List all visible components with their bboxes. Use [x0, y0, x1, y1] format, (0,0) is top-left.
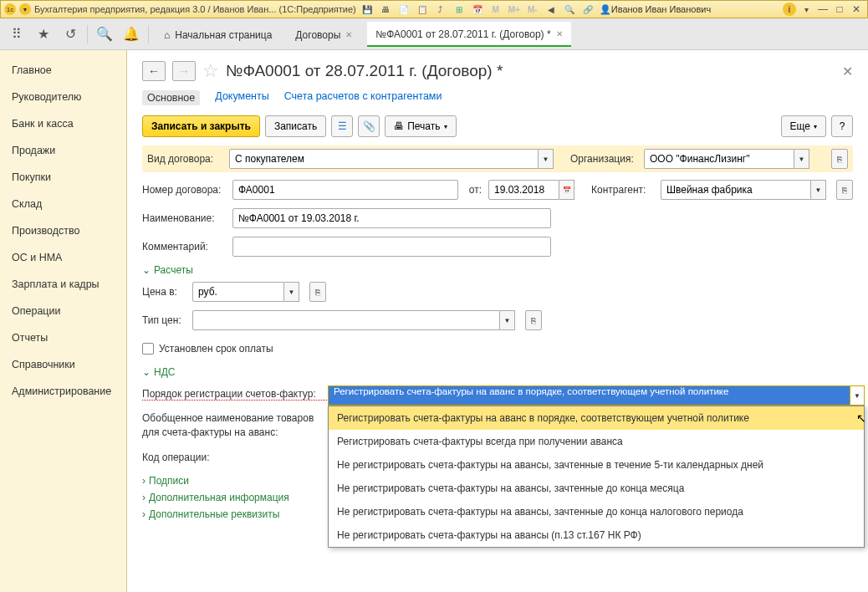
print-label: Печать — [407, 120, 440, 132]
m-minus-icon[interactable]: M- — [526, 3, 539, 16]
comment-label: Комментарий: — [142, 241, 226, 253]
price-type-label: Тип цен: — [142, 314, 186, 326]
dropdown-button[interactable]: ▼ — [284, 282, 299, 302]
inner-tab-accounts[interactable]: Счета расчетов с контрагентами — [284, 90, 442, 105]
add-info-label: Дополнительная информация — [149, 492, 289, 503]
inner-tab-docs[interactable]: Документы — [215, 90, 268, 105]
print-button[interactable]: 🖶 Печать ▾ — [385, 115, 456, 137]
dropdown-button[interactable]: ▼ — [539, 149, 554, 169]
apps-icon[interactable]: ⠿ — [7, 24, 27, 44]
help-button[interactable]: ? — [831, 115, 853, 137]
print-icon[interactable]: 🖶 — [379, 3, 392, 16]
org-input[interactable] — [644, 149, 794, 169]
save-button[interactable]: Записать — [265, 115, 326, 137]
dropdown-option[interactable]: Регистрировать счета-фактуры всегда при … — [329, 430, 864, 453]
close-button[interactable]: ✕ — [849, 3, 864, 16]
calendar-icon[interactable]: 📅 — [471, 3, 484, 16]
close-icon[interactable]: ✕ — [556, 29, 563, 38]
m-icon[interactable]: M — [489, 3, 503, 16]
tab-contracts[interactable]: Договоры ✕ — [287, 23, 360, 46]
sidebar: Главное Руководителю Банк и касса Продаж… — [0, 50, 127, 592]
chevron-down-icon: ⌄ — [142, 366, 151, 378]
date-input[interactable] — [488, 180, 559, 200]
tab-current-doc[interactable]: №ФА0001 от 28.07.2011 г. (Договор) * ✕ — [367, 22, 570, 47]
dropdown-option[interactable]: Не регистрировать счета-фактуры на аванс… — [329, 523, 864, 547]
sidebar-item-admin[interactable]: Администрирование — [0, 378, 126, 405]
dropdown2-icon[interactable]: ▾ — [799, 3, 813, 16]
save-diskette-icon[interactable]: 💾 — [360, 3, 374, 16]
list-button[interactable]: ☰ — [331, 115, 353, 137]
sidebar-item-payroll[interactable]: Зарплата и кадры — [0, 271, 126, 298]
num-input[interactable] — [232, 180, 458, 200]
link-icon[interactable]: 🔗 — [581, 3, 595, 16]
bell-icon[interactable]: 🔔 — [121, 24, 141, 44]
sidebar-item-sales[interactable]: Продажи — [0, 137, 126, 164]
dropdown-button[interactable]: ▼ — [811, 180, 826, 200]
info-icon[interactable]: i — [783, 3, 796, 16]
open-button[interactable]: ⎘ — [836, 180, 853, 200]
sidebar-item-catalogs[interactable]: Справочники — [0, 351, 126, 378]
dropdown-button[interactable]: ▼ — [500, 310, 515, 330]
m-plus-icon[interactable]: M+ — [508, 3, 521, 16]
sidebar-item-manager[interactable]: Руководителю — [0, 84, 126, 110]
tab-start-page[interactable]: ⌂ Начальная страница — [156, 23, 280, 46]
calculations-label: Расчеты — [154, 264, 193, 276]
export-icon[interactable]: ⤴ — [434, 3, 447, 16]
open-button[interactable]: ⎘ — [309, 282, 326, 302]
sidebar-item-assets[interactable]: ОС и НМА — [0, 244, 126, 271]
nav-back-button[interactable]: ← — [142, 61, 166, 81]
counterparty-input[interactable] — [661, 180, 811, 200]
search-nav-icon[interactable]: 🔍 — [94, 24, 115, 44]
close-icon[interactable]: ✕ — [345, 30, 352, 39]
price-type-input[interactable] — [192, 310, 500, 330]
calendar-button[interactable]: 📅 — [559, 180, 574, 200]
dropdown-icon[interactable]: ▼ — [19, 3, 31, 15]
sidebar-item-main[interactable]: Главное — [0, 57, 126, 84]
name-input[interactable] — [232, 208, 551, 228]
vat-section[interactable]: ⌄НДС — [142, 366, 853, 378]
chevron-right-icon: › — [142, 492, 146, 503]
save-close-button[interactable]: Записать и закрыть — [142, 115, 260, 137]
sidebar-item-reports[interactable]: Отчеты — [0, 324, 126, 351]
dropdown-option[interactable]: Не регистрировать счета-фактуры на аванс… — [329, 477, 864, 500]
minimize-button[interactable]: — — [815, 3, 830, 16]
doc-icon[interactable]: 📄 — [397, 3, 411, 16]
calculations-section[interactable]: ⌄Расчеты — [142, 264, 853, 276]
more-button[interactable]: Еще ▾ — [781, 115, 826, 137]
back-icon[interactable]: ◀ — [544, 3, 558, 16]
more-label: Еще — [790, 120, 810, 132]
dropdown-option[interactable]: Регистрировать счета-фактуры на аванс в … — [329, 406, 864, 430]
search-icon[interactable]: 🔍 — [563, 3, 576, 16]
num-label: Номер договора: — [142, 184, 226, 196]
nav-fwd-button[interactable]: → — [172, 61, 196, 81]
dropdown-option[interactable]: Не регистрировать счета-фактуры на аванс… — [329, 453, 864, 477]
calc-icon[interactable]: ⊞ — [452, 3, 466, 16]
sidebar-item-production[interactable]: Производство — [0, 217, 126, 244]
attach-button[interactable]: 📎 — [358, 115, 380, 137]
payment-deadline-checkbox[interactable] — [142, 343, 154, 355]
open-button[interactable]: ⎘ — [831, 149, 848, 169]
dropdown-option[interactable]: Не регистрировать счета-фактуры на аванс… — [329, 500, 864, 523]
clipboard-icon[interactable]: 📋 — [416, 3, 429, 16]
close-page-button[interactable]: ✕ — [842, 64, 853, 79]
star-icon[interactable]: ★ — [33, 24, 54, 44]
sidebar-item-purchases[interactable]: Покупки — [0, 164, 126, 191]
sidebar-item-warehouse[interactable]: Склад — [0, 191, 126, 217]
invoice-order-input[interactable]: Регистрировать счета-фактуры на аванс в … — [328, 385, 865, 406]
sidebar-item-operations[interactable]: Операции — [0, 298, 126, 324]
sidebar-item-bank[interactable]: Банк и касса — [0, 110, 126, 137]
history-icon[interactable]: ↺ — [60, 24, 80, 44]
maximize-button[interactable]: □ — [832, 3, 847, 16]
app-icon: 1c — [4, 3, 16, 15]
favorite-star-icon[interactable]: ☆ — [202, 60, 219, 82]
comment-input[interactable] — [232, 237, 551, 257]
dropdown-button[interactable]: ▼ — [850, 385, 865, 406]
price-in-input[interactable] — [192, 282, 284, 302]
invoice-order-label: Порядок регистрации счетов-фактур: — [142, 388, 330, 401]
dropdown-button[interactable]: ▼ — [794, 149, 809, 169]
contract-type-input[interactable] — [229, 149, 539, 169]
printer-icon: 🖶 — [394, 120, 404, 132]
option-label: Регистрировать счета-фактуры на аванс в … — [337, 412, 749, 424]
open-button[interactable]: ⎘ — [525, 310, 542, 330]
inner-tab-main[interactable]: Основное — [142, 90, 200, 105]
